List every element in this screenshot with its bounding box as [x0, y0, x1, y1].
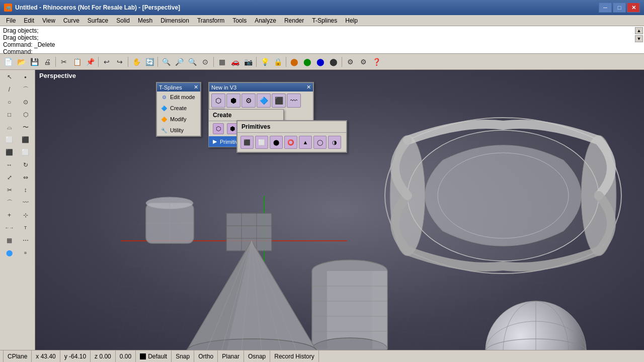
snap2-button[interactable]: ⋯ [18, 234, 33, 246]
camera-button[interactable]: 📷 [242, 56, 254, 68]
redo-button[interactable]: ↪ [114, 56, 126, 68]
grid2-button[interactable]: ▦ [2, 234, 17, 246]
line-button[interactable]: / [2, 83, 17, 96]
tsplines-create-item[interactable]: 🔷 Create [157, 103, 200, 114]
newv3-icon-6[interactable]: 〰 [287, 94, 301, 108]
newv3-icon-5[interactable]: ⬛ [272, 94, 286, 108]
newv3-icon-3[interactable]: ⚙ [242, 94, 256, 108]
tsplines-close-button[interactable]: ✕ [194, 84, 198, 90]
tsplines-editmode-item[interactable]: ⚙ Edit mode [157, 92, 200, 103]
menu-surface[interactable]: Surface [84, 16, 112, 25]
menu-view[interactable]: View [38, 16, 59, 25]
menu-tsplines[interactable]: T-Splines [308, 16, 341, 25]
layer-button[interactable]: ⬤ [2, 247, 17, 259]
circle-button[interactable]: ○ [2, 96, 17, 108]
newv3-icon-4[interactable]: 🔷 [257, 94, 271, 108]
layer2-button[interactable]: ≡ [18, 247, 33, 259]
close-button[interactable]: ✕ [627, 3, 640, 13]
arc-button[interactable]: ⌓ [2, 121, 17, 133]
cut-button[interactable]: ✂ [58, 56, 70, 68]
zoom-window-button[interactable]: 🔍 [160, 56, 172, 68]
prim-icon-torus[interactable]: ◯ [313, 136, 327, 149]
tsplines-modify-item[interactable]: 🔶 Modify [157, 114, 200, 125]
minimize-button[interactable]: ─ [599, 3, 612, 13]
circle4-button[interactable]: ⬤ [328, 56, 340, 68]
settings-button[interactable]: ⚙ [344, 56, 356, 68]
save-button[interactable]: 💾 [28, 56, 40, 68]
pan-button[interactable]: ✋ [130, 56, 142, 68]
rectangle-button[interactable]: □ [2, 109, 17, 121]
dot-button[interactable]: ● [18, 71, 33, 83]
statusbar-planar[interactable]: Planar [218, 350, 244, 362]
menu-tools[interactable]: Tools [228, 16, 251, 25]
settings2-button[interactable]: ⚙ [357, 56, 369, 68]
statusbar-osnap[interactable]: Osnap [244, 350, 270, 362]
prim-icon-halfsphere[interactable]: ◑ [328, 136, 341, 149]
ellipse-button[interactable]: ⊙ [18, 96, 33, 108]
circle3-button[interactable]: ⬤ [314, 56, 327, 68]
solid2-button[interactable]: ⬜ [18, 146, 33, 158]
menu-help[interactable]: Help [341, 16, 362, 25]
menu-render[interactable]: Render [280, 16, 308, 25]
prim-icon-box2[interactable]: ⬜ [255, 136, 268, 149]
scale-button[interactable]: ⤢ [2, 171, 17, 184]
menu-curve[interactable]: Curve [59, 16, 84, 25]
scroll-up-button[interactable]: ▲ [635, 27, 643, 34]
scroll-down-button[interactable]: ▼ [635, 35, 643, 42]
undo-button[interactable]: ↩ [101, 56, 113, 68]
prim-icon-cylinder[interactable]: ⭕ [284, 136, 297, 149]
create-row-icon1[interactable]: ⬡ [213, 123, 224, 134]
newv3-close-button[interactable]: ✕ [306, 84, 311, 90]
statusbar-layer[interactable]: Default [136, 350, 172, 362]
solid-button[interactable]: ⬛ [2, 146, 17, 158]
newv3-icon-1[interactable]: ⬡ [211, 94, 225, 108]
statusbar-cplane[interactable]: CPlane [3, 350, 32, 362]
menu-edit[interactable]: Edit [20, 16, 38, 25]
polyline-button[interactable]: ⌒ [18, 83, 33, 96]
rotate3d-button[interactable]: ↻ [18, 159, 33, 171]
zoom-all-button[interactable]: 🔍 [186, 56, 198, 68]
viewport-perspective[interactable]: y x z Perspective T-Splines ✕ ⚙ Edit mod… [35, 70, 644, 350]
grid-button[interactable]: ▦ [216, 56, 228, 68]
help-toolbar-button[interactable]: ❓ [370, 56, 382, 68]
newv3-icon-2[interactable]: ⬢ [226, 94, 240, 108]
mirror-button[interactable]: ⇔ [18, 171, 33, 184]
dim-button[interactable]: ←→ [2, 222, 17, 234]
fillet-button[interactable]: ⌒ [2, 197, 17, 209]
prim-icon-box[interactable]: ⬛ [240, 136, 254, 149]
zoom-selected-button[interactable]: 🔎 [173, 56, 185, 68]
move-button[interactable]: ↔ [2, 159, 17, 171]
spline-button[interactable]: 〜 [18, 121, 33, 133]
menu-solid[interactable]: Solid [112, 16, 134, 25]
copy-button[interactable]: 📋 [71, 56, 83, 68]
lock-button[interactable]: 🔒 [272, 56, 284, 68]
point-button[interactable]: + [2, 209, 17, 221]
new-button[interactable]: 📄 [2, 56, 14, 68]
menu-transform[interactable]: Transform [193, 16, 228, 25]
blend-button[interactable]: 〰 [18, 197, 33, 209]
maximize-button[interactable]: □ [613, 3, 626, 13]
prim-icon-sphere[interactable]: ⬤ [270, 136, 283, 149]
circle1-button[interactable]: ⬤ [288, 56, 300, 68]
menu-analyze[interactable]: Analyze [251, 16, 280, 25]
light-button[interactable]: 💡 [259, 56, 271, 68]
menu-mesh[interactable]: Mesh [134, 16, 156, 25]
menu-file[interactable]: File [2, 16, 20, 25]
text-button[interactable]: T [18, 222, 33, 234]
statusbar-ortho[interactable]: Ortho [194, 350, 218, 362]
point2-button[interactable]: ⊹ [18, 209, 33, 221]
rotate-button[interactable]: 🔄 [143, 56, 155, 68]
open-button[interactable]: 📂 [15, 56, 27, 68]
paste-button[interactable]: 📌 [84, 56, 96, 68]
zoom-extent-button[interactable]: ⊙ [199, 56, 211, 68]
circle2-button[interactable]: ⬤ [301, 56, 313, 68]
select-button[interactable]: ↖ [2, 71, 17, 83]
polygon-button[interactable]: ⬡ [18, 109, 33, 121]
car-button[interactable]: 🚗 [229, 56, 241, 68]
statusbar-snap[interactable]: Snap [172, 350, 194, 362]
prim-icon-cone[interactable]: ▲ [299, 136, 312, 149]
surface2-button[interactable]: ⬛ [18, 134, 33, 146]
menu-dimension[interactable]: Dimension [156, 16, 193, 25]
extend-button[interactable]: ↕ [18, 184, 33, 196]
print-button[interactable]: 🖨 [41, 56, 53, 68]
